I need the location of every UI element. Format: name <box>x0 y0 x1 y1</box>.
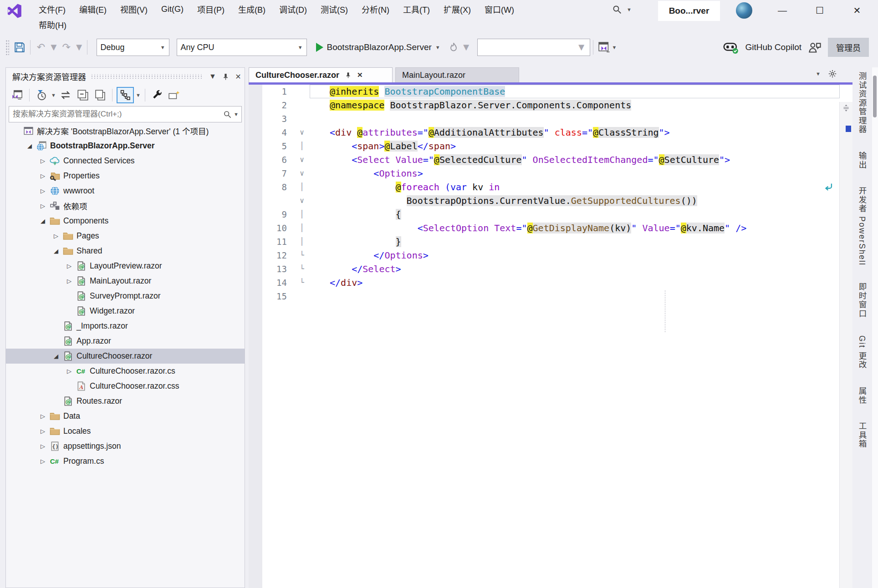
undo-icon[interactable]: ↶ <box>33 40 49 55</box>
expander-collapsed-icon[interactable]: ▷ <box>37 443 49 450</box>
tree-item-16[interactable]: ▷C#CultureChooser.razor.cs <box>6 364 245 379</box>
expander-expanded-icon[interactable]: ◢ <box>37 218 49 224</box>
maximize-button[interactable]: ☐ <box>807 0 832 21</box>
code-line-content[interactable]: <span>@Label</span> <box>310 139 840 153</box>
tree-item-14[interactable]: @App.razor <box>6 334 245 349</box>
outline-marker[interactable]: └ <box>294 248 310 262</box>
tree-item-19[interactable]: ▷Data <box>6 409 245 424</box>
code-line-7[interactable]: 7∨ <Options> <box>262 167 840 180</box>
save-icon[interactable] <box>12 40 27 55</box>
tab-close-icon[interactable]: ✕ <box>357 71 363 79</box>
filter-clock-icon[interactable] <box>34 88 49 102</box>
tree-item-13[interactable]: @_Imports.razor <box>6 319 245 334</box>
code-line-14[interactable]: 14└</div> <box>262 276 840 289</box>
undo-caret[interactable]: ▼ <box>49 41 59 53</box>
preview-icon[interactable] <box>167 88 182 102</box>
outline-marker[interactable]: ∨ <box>294 153 310 167</box>
expander-collapsed-icon[interactable]: ▷ <box>37 203 49 209</box>
github-copilot-label[interactable]: GitHub Copilot <box>745 42 801 52</box>
expander-collapsed-icon[interactable]: ▷ <box>37 188 49 194</box>
expander-collapsed-icon[interactable]: ▷ <box>37 172 49 179</box>
breakpoint-gutter[interactable] <box>249 85 262 588</box>
tab-options-gear-icon[interactable] <box>828 69 837 78</box>
search-input[interactable] <box>9 110 223 119</box>
code-line-5[interactable]: 5│ <span>@Label</span> <box>262 139 840 153</box>
tree-item-11[interactable]: @SurveyPrompt.razor <box>6 289 245 304</box>
dropdown-caret[interactable]: ▼ <box>136 92 141 98</box>
tree-item-0[interactable]: 解决方案 'BootstrapBlazorApp.Server' (1 个项目) <box>6 123 245 138</box>
expander-collapsed-icon[interactable]: ▷ <box>37 413 49 420</box>
expander-expanded-icon[interactable]: ◢ <box>24 142 36 149</box>
search-dropdown-caret[interactable]: ▼ <box>627 7 632 12</box>
tree-item-1[interactable]: ◢BootstrapBlazorApp.Server <box>6 138 245 153</box>
code-line-content[interactable]: BootstrapOptions.CurrentValue.GetSupport… <box>310 194 840 208</box>
code-line-content[interactable]: <div @attributes="@AdditionalAttributes"… <box>310 126 840 139</box>
tree-item-18[interactable]: @Routes.razor <box>6 394 245 409</box>
code-line-content[interactable]: <Select Value="@SelectedCulture" OnSelec… <box>310 153 840 167</box>
tree-item-4[interactable]: ▷wwwroot <box>6 183 245 198</box>
code-line-11[interactable]: 11│ } <box>262 235 840 248</box>
code-line-content[interactable]: </Options> <box>310 248 840 262</box>
tree-item-6[interactable]: ◢Components <box>6 213 245 228</box>
document-list-chevron-icon[interactable]: ▼ <box>816 71 821 76</box>
tree-item-8[interactable]: ◢Shared <box>6 243 245 259</box>
outline-marker[interactable]: ∨ <box>294 194 310 208</box>
collapse-all-icon[interactable] <box>75 88 91 102</box>
code-line-9[interactable]: 9│ { <box>262 208 840 221</box>
outline-marker[interactable]: └ <box>294 276 310 289</box>
code-line-4[interactable]: 4∨<div @attributes="@AdditionalAttribute… <box>262 126 840 139</box>
outline-marker[interactable]: ∨ <box>294 167 310 180</box>
menu-item-0[interactable]: 文件(F) <box>32 1 72 17</box>
expander-expanded-icon[interactable]: ◢ <box>50 353 62 360</box>
code-line-content[interactable]: { <box>310 208 840 221</box>
dropdown-caret[interactable]: ▼ <box>51 92 56 98</box>
outline-marker[interactable]: │ <box>294 180 310 194</box>
side-tab-6[interactable]: 工具箱 <box>857 422 868 449</box>
menu-item-3[interactable]: Git(G) <box>154 3 190 16</box>
tree-item-10[interactable]: ▷@MainLayout.razor <box>6 274 245 289</box>
live-visual-tree-caret[interactable]: ▼ <box>612 45 617 50</box>
menu-item-8[interactable]: 分析(N) <box>355 1 396 17</box>
code-line-content[interactable]: @foreach (var kv in <box>310 180 840 194</box>
side-tab-2[interactable]: 开发者 PowerShell <box>857 187 868 266</box>
code-line-wrap[interactable]: ∨ BootstrapOptions.CurrentValue.GetSuppo… <box>262 194 840 208</box>
editor-body[interactable]: 1@inherits BootstrapComponentBase2@names… <box>249 85 852 588</box>
code-line-1[interactable]: 1@inherits BootstrapComponentBase <box>262 85 840 98</box>
minimize-button[interactable]: — <box>770 0 795 21</box>
outline-marker[interactable]: │ <box>294 139 310 153</box>
close-button[interactable]: ✕ <box>844 0 870 21</box>
live-visual-tree-icon[interactable] <box>596 40 612 55</box>
redo-icon[interactable]: ↷ <box>59 40 74 55</box>
expander-collapsed-icon[interactable]: ▷ <box>37 157 49 164</box>
menu-item-6[interactable]: 调试(D) <box>272 1 314 17</box>
tree-item-12[interactable]: @Widget.razor <box>6 304 245 319</box>
configuration-select[interactable]: Debug▼ <box>97 39 169 56</box>
scrollbar-split-handle[interactable] <box>842 104 850 112</box>
expander-expanded-icon[interactable]: ◢ <box>50 248 62 254</box>
right-edge-scrollbar[interactable] <box>872 67 878 588</box>
code-line-15[interactable]: 15 <box>262 289 840 303</box>
panel-close-icon[interactable]: ✕ <box>232 72 245 81</box>
hot-reload-flame-icon[interactable] <box>446 40 461 55</box>
side-tab-1[interactable]: 输出 <box>857 152 868 169</box>
side-tab-3[interactable]: 即时窗口 <box>857 283 868 318</box>
copy-docs-icon[interactable] <box>92 88 108 102</box>
menu-item-7[interactable]: 测试(S) <box>314 1 355 17</box>
code-line-10[interactable]: 10│ <SelectOption Text="@GetDisplayName(… <box>262 221 840 235</box>
expander-collapsed-icon[interactable]: ▷ <box>50 233 62 239</box>
solution-explorer-search[interactable]: ▼ <box>9 106 242 122</box>
menu-item-9[interactable]: 工具(T) <box>396 1 437 17</box>
outline-marker[interactable]: └ <box>294 262 310 276</box>
expander-collapsed-icon[interactable]: ▷ <box>63 263 75 269</box>
toolbar-grip[interactable] <box>5 40 9 55</box>
admin-badge[interactable]: 管理员 <box>828 38 869 57</box>
side-tab-4[interactable]: Git 更改 <box>857 335 868 369</box>
code-line-6[interactable]: 6∨ <Select Value="@SelectedCulture" OnSe… <box>262 153 840 167</box>
tree-item-20[interactable]: ▷Locales <box>6 424 245 439</box>
menu-item-10[interactable]: 扩展(X) <box>437 1 478 17</box>
editor-scrollbar[interactable] <box>839 102 852 588</box>
code-line-content[interactable]: } <box>310 235 840 248</box>
panel-grip[interactable] <box>91 74 202 79</box>
redo-caret[interactable]: ▼ <box>74 41 84 53</box>
outline-marker[interactable]: ∨ <box>294 126 310 139</box>
